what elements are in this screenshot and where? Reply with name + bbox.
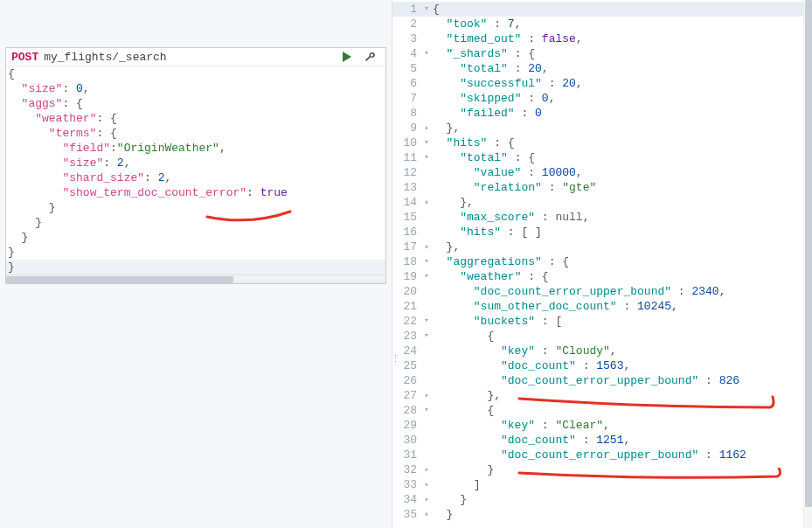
code-line[interactable]: 7 "skipped" : 0, bbox=[392, 91, 812, 106]
line-number: 12 bbox=[392, 165, 422, 180]
code-line[interactable]: 34▴ } bbox=[392, 492, 812, 507]
code-line[interactable]: 12 "value" : 10000, bbox=[392, 165, 812, 180]
code-line[interactable]: 18▾ "aggregations" : { bbox=[392, 254, 812, 269]
code-line[interactable]: } bbox=[6, 245, 385, 260]
request-editor[interactable]: POST my_flights/_search { "size": 0, "ag… bbox=[5, 47, 386, 284]
wrench-icon[interactable] bbox=[363, 50, 377, 64]
code-line[interactable]: 1▾{ bbox=[392, 2, 812, 17]
line-number: 22 bbox=[392, 314, 422, 329]
line-number: 21 bbox=[392, 299, 422, 314]
code-line[interactable]: 23▾ { bbox=[392, 329, 812, 344]
line-number: 17 bbox=[392, 240, 422, 254]
line-number: 16 bbox=[392, 225, 422, 240]
code-line[interactable]: 33▴ ] bbox=[392, 477, 812, 492]
code-line[interactable]: 29 "key" : "Clear", bbox=[392, 418, 812, 433]
line-number: 35 bbox=[392, 507, 422, 522]
fold-toggle[interactable]: ▾ bbox=[422, 254, 431, 269]
fold-toggle[interactable]: ▾ bbox=[422, 269, 431, 284]
horizontal-scrollbar[interactable] bbox=[6, 274, 385, 283]
fold-toggle[interactable]: ▴ bbox=[422, 388, 431, 403]
code-line[interactable]: 25 "doc_count" : 1563, bbox=[392, 358, 812, 373]
code-line[interactable]: } bbox=[6, 200, 385, 215]
request-header: POST my_flights/_search bbox=[6, 48, 385, 66]
code-line[interactable]: } bbox=[6, 230, 385, 245]
fold-toggle bbox=[422, 344, 431, 358]
code-line[interactable]: "show_term_doc_count_error": true bbox=[6, 185, 385, 200]
vertical-scrollbar[interactable] bbox=[803, 0, 812, 528]
code-line[interactable]: "aggs": { bbox=[6, 96, 385, 111]
code-line[interactable]: 4▾ "_shards" : { bbox=[392, 46, 812, 61]
fold-toggle[interactable]: ▴ bbox=[422, 507, 431, 522]
code-line[interactable]: "size": 0, bbox=[6, 81, 385, 96]
code-line[interactable]: 31 "doc_count_error_upper_bound" : 1162 bbox=[392, 448, 812, 462]
code-line[interactable]: 17▴ }, bbox=[392, 240, 812, 254]
fold-toggle[interactable]: ▴ bbox=[422, 477, 431, 492]
code-line[interactable]: 35▴ } bbox=[392, 507, 812, 522]
fold-toggle bbox=[422, 299, 431, 314]
scrollbar-thumb[interactable] bbox=[805, 0, 812, 507]
code-line[interactable]: 19▾ "weather" : { bbox=[392, 269, 812, 284]
request-actions bbox=[340, 50, 380, 64]
fold-toggle bbox=[422, 225, 431, 240]
code-line[interactable]: 2 "took" : 7, bbox=[392, 17, 812, 31]
fold-toggle bbox=[422, 180, 431, 195]
scrollbar-thumb[interactable] bbox=[6, 276, 233, 283]
code-line[interactable]: "size": 2, bbox=[6, 156, 385, 170]
response-pane: 1▾{2 "took" : 7,3 "timed_out" : false,4▾… bbox=[392, 0, 812, 528]
code-line[interactable]: { bbox=[6, 66, 385, 81]
code-line[interactable]: 11▾ "total" : { bbox=[392, 150, 812, 165]
code-line[interactable]: "weather": { bbox=[6, 111, 385, 126]
fold-toggle[interactable]: ▴ bbox=[422, 492, 431, 507]
line-number: 7 bbox=[392, 91, 422, 106]
code-line[interactable]: "field":"OriginWeather", bbox=[6, 141, 385, 156]
fold-toggle[interactable]: ▴ bbox=[422, 240, 431, 254]
request-body[interactable]: { "size": 0, "aggs": { "weather": { "ter… bbox=[6, 66, 385, 283]
code-line[interactable]: "terms": { bbox=[6, 126, 385, 141]
code-line[interactable]: 8 "failed" : 0 bbox=[392, 106, 812, 121]
fold-toggle[interactable]: ▾ bbox=[422, 150, 431, 165]
fold-toggle[interactable]: ▾ bbox=[422, 2, 431, 17]
code-line[interactable]: 21 "sum_other_doc_count" : 10245, bbox=[392, 299, 812, 314]
code-line[interactable]: 27▴ }, bbox=[392, 388, 812, 403]
fold-toggle[interactable]: ▴ bbox=[422, 195, 431, 210]
code-line[interactable]: 9▴ }, bbox=[392, 121, 812, 135]
code-line[interactable]: 20 "doc_count_error_upper_bound" : 2340, bbox=[392, 284, 812, 299]
code-line[interactable]: 28▾ { bbox=[392, 403, 812, 418]
code-line[interactable]: 10▾ "hits" : { bbox=[392, 135, 812, 150]
code-line[interactable]: 13 "relation" : "gte" bbox=[392, 180, 812, 195]
code-line[interactable]: 5 "total" : 20, bbox=[392, 61, 812, 76]
fold-toggle bbox=[422, 433, 431, 448]
response-body[interactable]: 1▾{2 "took" : 7,3 "timed_out" : false,4▾… bbox=[392, 0, 812, 522]
code-line[interactable]: } bbox=[6, 215, 385, 230]
code-line[interactable]: 24 "key" : "Cloudy", bbox=[392, 344, 812, 358]
code-line[interactable]: 22▾ "buckets" : [ bbox=[392, 314, 812, 329]
code-line[interactable]: 16 "hits" : [ ] bbox=[392, 225, 812, 240]
run-icon[interactable] bbox=[340, 50, 354, 64]
line-number: 32 bbox=[392, 462, 422, 477]
code-line[interactable]: 15 "max_score" : null, bbox=[392, 210, 812, 225]
pane-splitter[interactable]: ⋮ bbox=[391, 357, 402, 362]
code-line[interactable]: 26 "doc_count_error_upper_bound" : 826 bbox=[392, 373, 812, 388]
code-line[interactable]: "shard_size": 2, bbox=[6, 170, 385, 185]
code-line[interactable]: } bbox=[6, 260, 385, 274]
fold-toggle[interactable]: ▾ bbox=[422, 46, 431, 61]
fold-toggle[interactable]: ▾ bbox=[422, 403, 431, 418]
line-number: 26 bbox=[392, 373, 422, 388]
fold-toggle[interactable]: ▴ bbox=[422, 462, 431, 477]
line-number: 11 bbox=[392, 150, 422, 165]
fold-toggle[interactable]: ▴ bbox=[422, 121, 431, 135]
fold-toggle bbox=[422, 17, 431, 31]
fold-toggle[interactable]: ▾ bbox=[422, 314, 431, 329]
fold-toggle bbox=[422, 373, 431, 388]
code-line[interactable]: 6 "successful" : 20, bbox=[392, 76, 812, 91]
code-line[interactable]: 30 "doc_count" : 1251, bbox=[392, 433, 812, 448]
line-number: 6 bbox=[392, 76, 422, 91]
fold-toggle[interactable]: ▾ bbox=[422, 135, 431, 150]
line-number: 27 bbox=[392, 388, 422, 403]
code-line[interactable]: 14▴ }, bbox=[392, 195, 812, 210]
code-line[interactable]: 32▴ } bbox=[392, 462, 812, 477]
code-line[interactable]: 3 "timed_out" : false, bbox=[392, 31, 812, 46]
fold-toggle[interactable]: ▾ bbox=[422, 329, 431, 344]
http-method: POST bbox=[11, 51, 38, 64]
line-number: 8 bbox=[392, 106, 422, 121]
